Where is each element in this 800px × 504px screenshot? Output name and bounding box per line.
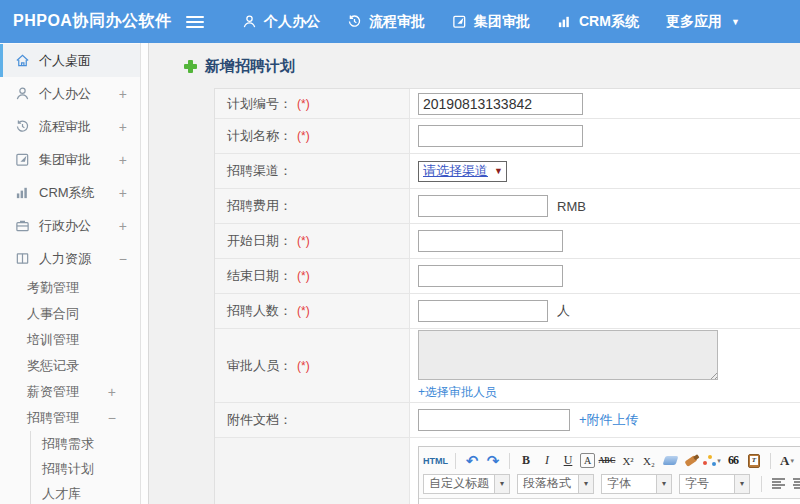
expand-icon[interactable]: + <box>108 384 116 400</box>
font-family-dropdown[interactable]: 字体 ▾ <box>601 474 672 494</box>
expand-icon[interactable]: + <box>119 119 127 135</box>
undo-icon[interactable]: ↶ <box>463 451 481 470</box>
caret-down-icon: ▾ <box>494 475 509 493</box>
bold-icon[interactable]: B <box>517 451 535 470</box>
sidebar-item-recruit-management[interactable]: 招聘管理− <box>0 405 140 431</box>
sidebar-item-personal-office[interactable]: 个人办公 + <box>0 77 140 110</box>
channel-select[interactable]: 请选择渠道 ▼ <box>418 161 507 182</box>
cost-input[interactable] <box>418 195 548 217</box>
form-row-editor: HTML ↶ ↷ B I U A ABC <box>215 438 800 504</box>
italic-icon[interactable]: I <box>538 451 556 470</box>
eraser-icon[interactable] <box>661 451 679 470</box>
edit-icon <box>452 14 467 29</box>
sidebar-item-admin-office[interactable]: 行政办公 + <box>0 209 140 242</box>
attachment-upload-link[interactable]: +附件上传 <box>579 411 639 429</box>
expand-icon[interactable]: + <box>119 218 127 234</box>
currency-suffix: RMB <box>557 199 586 214</box>
sidebar-item-personal-desktop[interactable]: 个人桌面 <box>0 44 140 77</box>
editor-toolbar-row1: HTML ↶ ↷ B I U A ABC <box>423 449 800 472</box>
editor-content-area[interactable] <box>419 499 800 504</box>
caret-down-icon: ▾ <box>734 475 749 493</box>
end-date-input[interactable] <box>418 265 563 287</box>
attachment-input[interactable] <box>418 409 570 431</box>
edit-icon <box>15 152 30 167</box>
form-row-start-date: 开始日期： (*) <box>215 224 800 259</box>
border-text-icon[interactable]: A <box>580 453 595 468</box>
menu-toggle-icon[interactable] <box>186 16 204 28</box>
expand-icon[interactable]: + <box>119 185 127 201</box>
sidebar-item-recruit-demand[interactable]: 招聘需求 <box>31 431 140 456</box>
align-center-icon[interactable] <box>790 474 800 493</box>
sidebar-item-group-approval[interactable]: 集团审批 + <box>0 143 140 176</box>
approvers-textarea[interactable] <box>418 330 718 380</box>
sidebar-item-crm[interactable]: CRM系统 + <box>0 176 140 209</box>
sidebar-item-talent-pool[interactable]: 人才库 <box>31 481 140 504</box>
required-mark: (*) <box>297 359 310 373</box>
sidebar-item-human-resources[interactable]: 人力资源 − <box>0 242 140 275</box>
blockquote-icon[interactable]: 66 <box>724 451 742 470</box>
form-row-headcount: 招聘人数： (*) 人 <box>215 294 800 329</box>
field-label: 附件文档： <box>227 411 292 429</box>
form-row-approvers: 审批人员： (*) +选择审批人员 <box>215 329 800 403</box>
paragraph-format-dropdown[interactable]: 段落格式 ▾ <box>517 474 594 494</box>
sidebar-item-recruit-plan[interactable]: 招聘计划 <box>31 456 140 481</box>
sidebar-item-attendance[interactable]: 考勤管理 <box>0 275 140 301</box>
html-source-icon[interactable]: HTML <box>423 451 448 470</box>
user-icon <box>242 14 257 29</box>
collapse-icon[interactable]: − <box>108 410 116 426</box>
font-color-icon[interactable]: A▾ <box>778 451 796 470</box>
field-label: 计划编号： <box>227 95 292 113</box>
app-window: PHPOA协同办公软件 个人办公 流程审批 集团审批 CRM系统 更多应用 ▼ <box>0 0 800 504</box>
top-nav: 个人办公 流程审批 集团审批 CRM系统 更多应用 ▼ <box>242 13 740 31</box>
caret-down-icon: ▾ <box>578 475 593 493</box>
unit-suffix: 人 <box>557 302 570 320</box>
font-size-dropdown[interactable]: 字号 ▾ <box>679 474 750 494</box>
chart-icon <box>557 14 572 29</box>
topnav-more-apps[interactable]: 更多应用 ▼ <box>666 13 740 31</box>
start-date-input[interactable] <box>418 230 563 252</box>
choose-approvers-link[interactable]: +选择审批人员 <box>418 384 497 401</box>
superscript-icon[interactable]: X² <box>619 451 637 470</box>
field-label: 审批人员： <box>227 357 292 375</box>
hr-book-icon <box>15 251 30 266</box>
sidebar-item-salary[interactable]: 薪资管理+ <box>0 379 140 405</box>
topnav-group-approval[interactable]: 集团审批 <box>452 13 530 31</box>
field-label: 招聘费用： <box>227 197 292 215</box>
field-label: 计划名称： <box>227 127 292 145</box>
headcount-input[interactable] <box>418 300 548 322</box>
topnav-personal-office[interactable]: 个人办公 <box>242 13 320 31</box>
topnav-workflow-approval[interactable]: 流程审批 <box>347 13 425 31</box>
strikethrough-icon[interactable]: ABC <box>598 451 616 470</box>
form-row-end-date: 结束日期： (*) <box>215 259 800 294</box>
sidebar-item-training[interactable]: 培训管理 <box>0 327 140 353</box>
required-mark: (*) <box>297 97 310 111</box>
editor-toolbar: HTML ↶ ↷ B I U A ABC <box>419 447 800 499</box>
sidebar-item-rewards[interactable]: 奖惩记录 <box>0 353 140 379</box>
field-label: 招聘人数： <box>227 302 292 320</box>
app-brand: PHPOA协同办公软件 <box>0 11 186 32</box>
page-header: 新增招聘计划 <box>184 55 800 78</box>
sidebar-item-workflow-approval[interactable]: 流程审批 + <box>0 110 140 143</box>
subscript-icon[interactable]: X₂ <box>640 451 658 470</box>
editor-toolbar-row2: 自定义标题 ▾ 段落格式 ▾ 字体 ▾ <box>423 472 800 495</box>
magic-format-icon[interactable]: ▾ <box>703 451 721 470</box>
sidebar-scrollbar[interactable] <box>140 43 149 504</box>
history-icon <box>15 119 30 134</box>
sidebar: 个人桌面 个人办公 + 流程审批 + 集团审批 + CRM系统 + <box>0 43 140 504</box>
collapse-icon[interactable]: − <box>119 251 127 267</box>
underline-icon[interactable]: U <box>559 451 577 470</box>
format-brush-icon[interactable] <box>682 451 700 470</box>
plan-number-input[interactable] <box>418 93 583 115</box>
expand-icon[interactable]: + <box>119 152 127 168</box>
redo-icon[interactable]: ↷ <box>484 451 502 470</box>
sidebar-item-hr-contract[interactable]: 人事合同 <box>0 301 140 327</box>
caret-down-icon: ▼ <box>494 166 503 176</box>
expand-icon[interactable]: + <box>119 86 127 102</box>
align-left-icon[interactable] <box>769 474 787 493</box>
custom-title-dropdown[interactable]: 自定义标题 ▾ <box>423 474 510 494</box>
required-mark: (*) <box>297 269 310 283</box>
recruit-plan-form: 计划编号： (*) 计划名称： (*) <box>214 88 800 504</box>
plan-name-input[interactable] <box>418 125 583 147</box>
paste-text-icon[interactable]: T <box>745 451 763 470</box>
topnav-crm[interactable]: CRM系统 <box>557 13 639 31</box>
